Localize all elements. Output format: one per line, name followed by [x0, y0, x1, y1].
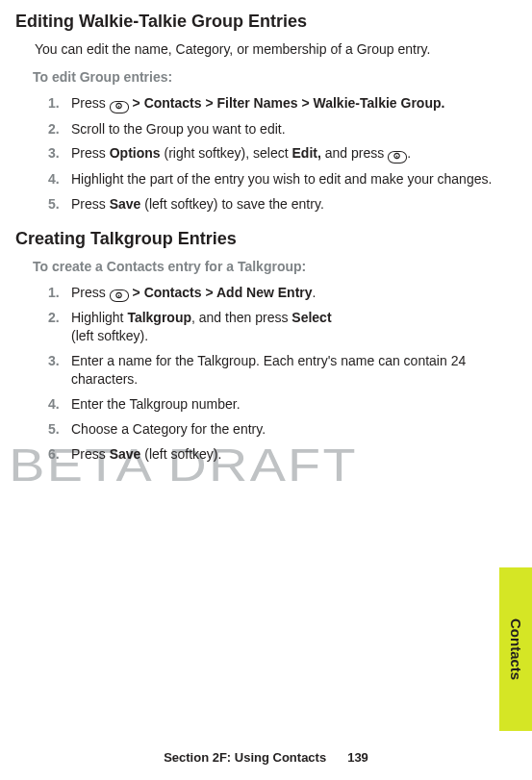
- text: Press: [71, 446, 110, 462]
- text-bold: > Contacts > Filter Names > Walkie-Talki…: [129, 95, 445, 111]
- step-2: 2. Highlight Talkgroup, and then press S…: [48, 309, 499, 345]
- step-4: 4. Highlight the part of the entry you w…: [48, 170, 499, 189]
- text: Highlight: [71, 310, 127, 325]
- step-number: 3.: [48, 352, 71, 370]
- step-body: Highlight Talkgroup, and then press Sele…: [71, 309, 499, 345]
- text: .: [407, 145, 411, 161]
- step-body: Scroll to the Group you want to edit.: [71, 120, 499, 138]
- step-body: Enter a name for the Talkgroup. Each ent…: [71, 352, 499, 389]
- step-number: 1.: [48, 94, 71, 113]
- text-bold: Options: [110, 145, 161, 161]
- side-tab-contacts: Contacts: [499, 567, 532, 731]
- step-number: 5.: [48, 195, 71, 214]
- step-5: 5. Choose a Category for the entry.: [48, 420, 499, 439]
- text: (right softkey), select: [161, 145, 292, 161]
- text-bold: Talkgroup: [127, 310, 191, 325]
- side-tab-label: Contacts: [506, 618, 525, 680]
- step-number: 2.: [48, 120, 71, 138]
- step-body: Choose a Category for the entry.: [71, 420, 499, 439]
- text: and press: [321, 145, 388, 161]
- step-number: 1.: [48, 284, 71, 302]
- text-bold: Select: [291, 310, 331, 325]
- step-number: 4.: [48, 395, 71, 414]
- text: .: [313, 285, 317, 300]
- text: , and then press: [191, 310, 291, 325]
- text: Press: [71, 145, 110, 161]
- text: (left softkey).: [140, 446, 221, 462]
- ok-key-icon: ⵙ: [388, 151, 407, 164]
- page-footer: Section 2F: Using Contacts139: [0, 749, 532, 767]
- text: (left softkey) to save the entry.: [140, 196, 323, 212]
- text: Press: [71, 196, 110, 212]
- ok-key-icon: ⵙ: [110, 289, 129, 302]
- step-number: 4.: [48, 170, 71, 189]
- text-bold: Save: [110, 446, 141, 462]
- step-6: 6. Press Save (left softkey).: [48, 445, 499, 464]
- subhead-to-edit: To edit Group entries:: [33, 68, 499, 87]
- step-1: 1. Press ⵙ > Contacts > Add New Entry.: [48, 284, 499, 303]
- heading-editing-walkie-talkie: Editing Walkie-Talkie Group Entries: [15, 10, 499, 33]
- step-body: Press Save (left softkey) to save the en…: [71, 195, 499, 214]
- step-body: Enter the Talkgroup number.: [71, 395, 499, 414]
- step-number: 2.: [48, 309, 71, 327]
- heading-creating-talkgroup: Creating Talkgroup Entries: [15, 227, 499, 250]
- step-body: Press Options (right softkey), select Ed…: [71, 144, 499, 164]
- step-body: Press Save (left softkey).: [71, 445, 499, 464]
- step-number: 3.: [48, 144, 71, 163]
- step-5: 5. Press Save (left softkey) to save the…: [48, 195, 499, 214]
- step-body: Press ⵙ > Contacts > Add New Entry.: [71, 284, 499, 303]
- text-bold: > Contacts > Add New Entry: [129, 285, 313, 300]
- steps-create-talkgroup: 1. Press ⵙ > Contacts > Add New Entry. 2…: [48, 284, 499, 464]
- step-2: 2. Scroll to the Group you want to edit.: [48, 120, 499, 138]
- steps-edit-group: 1. Press ⵙ > Contacts > Filter Names > W…: [48, 94, 499, 214]
- step-3: 3. Press Options (right softkey), select…: [48, 144, 499, 164]
- text-bold: Edit,: [292, 145, 321, 161]
- step-body: Highlight the part of the entry you wish…: [71, 170, 499, 189]
- footer-page-number: 139: [347, 750, 368, 765]
- intro-paragraph: You can edit the name, Category, or memb…: [35, 40, 499, 59]
- text-bold: Save: [110, 196, 141, 212]
- step-number: 5.: [48, 420, 71, 439]
- step-1: 1. Press ⵙ > Contacts > Filter Names > W…: [48, 94, 499, 113]
- step-3: 3. Enter a name for the Talkgroup. Each …: [48, 352, 499, 389]
- step-body: Press ⵙ > Contacts > Filter Names > Walk…: [71, 94, 499, 113]
- footer-title: Section 2F: Using Contacts: [164, 750, 326, 765]
- text: Press: [71, 95, 110, 111]
- ok-key-icon: ⵙ: [110, 101, 129, 113]
- text: (left softkey).: [71, 328, 148, 343]
- text: Press: [71, 285, 110, 300]
- subhead-to-create: To create a Contacts entry for a Talkgro…: [33, 258, 499, 276]
- step-4: 4. Enter the Talkgroup number.: [48, 395, 499, 414]
- step-number: 6.: [48, 445, 71, 464]
